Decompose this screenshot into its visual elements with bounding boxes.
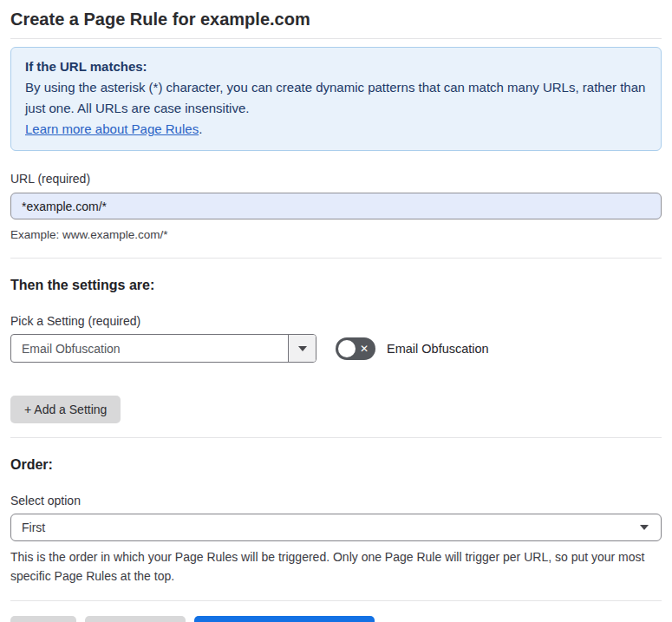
toggle-label: Email Obfuscation xyxy=(387,342,489,356)
page-rule-form: Create a Page Rule for example.com If th… xyxy=(0,0,672,622)
setting-dropdown-value: Email Obfuscation xyxy=(11,335,288,362)
url-field-label: URL (required) xyxy=(10,172,662,186)
url-example-helper: Example: www.example.com/* xyxy=(10,226,662,244)
section-divider xyxy=(10,437,662,438)
toggle-knob xyxy=(338,340,356,357)
email-obfuscation-toggle[interactable]: ✕ xyxy=(336,337,375,360)
chevron-down-icon xyxy=(640,525,649,530)
chevron-down-icon xyxy=(298,346,307,351)
pick-setting-label: Pick a Setting (required) xyxy=(10,314,662,328)
order-select[interactable]: First xyxy=(10,514,662,541)
section-divider xyxy=(10,258,662,259)
info-box-body: By using the asterisk (*) character, you… xyxy=(25,77,647,119)
url-matches-info-box: If the URL matches: By using the asteris… xyxy=(10,47,662,151)
info-box-link-line: Learn more about Page Rules. xyxy=(25,119,647,140)
order-select-label: Select option xyxy=(10,494,662,507)
add-setting-button[interactable]: + Add a Setting xyxy=(10,396,121,423)
toggle-off-x-icon: ✕ xyxy=(360,343,369,353)
save-as-draft-button[interactable]: Save as Draft xyxy=(85,616,186,622)
title-divider xyxy=(10,38,662,39)
page-title: Create a Page Rule for example.com xyxy=(10,0,662,29)
order-select-value: First xyxy=(22,521,45,534)
footer-divider xyxy=(10,600,662,601)
info-box-heading: If the URL matches: xyxy=(25,56,647,77)
setting-dropdown[interactable]: Email Obfuscation xyxy=(10,334,316,363)
setting-picker-row: Email Obfuscation ✕ Email Obfuscation xyxy=(10,334,662,363)
link-suffix: . xyxy=(199,121,202,136)
order-helper-text: This is the order in which your Page Rul… xyxy=(10,547,662,586)
footer-actions: Cancel Save as Draft Save and Deploy Pag… xyxy=(10,616,662,622)
settings-section-heading: Then the settings are: xyxy=(10,277,662,293)
save-and-deploy-button[interactable]: Save and Deploy Page Rule xyxy=(194,616,375,622)
cancel-button[interactable]: Cancel xyxy=(10,616,76,622)
order-section-heading: Order: xyxy=(10,456,662,473)
setting-dropdown-arrow-button[interactable] xyxy=(288,335,316,362)
url-input[interactable] xyxy=(10,193,662,219)
learn-more-link[interactable]: Learn more about Page Rules xyxy=(25,121,199,136)
